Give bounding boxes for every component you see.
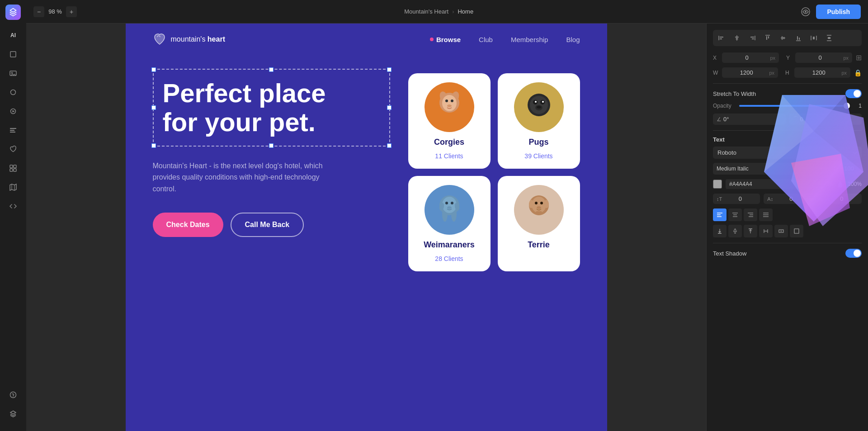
toolbar-video-icon[interactable] xyxy=(5,103,21,119)
svg-point-25 xyxy=(451,99,453,102)
nav-link-membership[interactable]: Membership xyxy=(511,36,548,43)
handle-bc[interactable] xyxy=(269,143,274,148)
zoom-out-button[interactable]: − xyxy=(33,6,44,17)
toolbar-help-icon[interactable] xyxy=(5,387,21,403)
svg-rect-72 xyxy=(813,37,815,39)
svg-rect-8 xyxy=(10,132,15,133)
text-align-left-icon[interactable] xyxy=(713,208,726,221)
pet-card-terrie[interactable]: Terrie xyxy=(498,176,580,271)
app-logo[interactable] xyxy=(5,5,21,20)
check-dates-button[interactable]: Check Dates xyxy=(153,213,223,237)
toolbar-widget-icon[interactable] xyxy=(5,160,21,176)
toolbar-page-icon[interactable] xyxy=(5,46,21,62)
spacing-input-3[interactable] xyxy=(826,195,858,202)
toolbar-shape-icon[interactable] xyxy=(5,84,21,100)
svg-rect-66 xyxy=(783,37,784,39)
opacity-thumb[interactable] xyxy=(844,103,850,109)
vert-align-middle-icon[interactable] xyxy=(728,225,742,237)
text-align-right-icon[interactable] xyxy=(744,208,757,221)
align-top-icon[interactable] xyxy=(761,32,774,44)
preview-button[interactable] xyxy=(801,7,811,17)
vert-align-row xyxy=(713,225,862,237)
svg-rect-12 xyxy=(14,169,16,171)
color-hex-value[interactable]: #A4A4A4 xyxy=(726,179,823,189)
stretch-toggle[interactable] xyxy=(845,89,862,98)
text-align-justify-icon[interactable] xyxy=(759,208,773,221)
font-size-input[interactable] xyxy=(840,165,858,172)
x-unit: px xyxy=(770,55,775,61)
text-shadow-toggle-knob xyxy=(854,250,861,257)
svg-point-17 xyxy=(13,396,13,397)
opacity-row: Opacity 1 xyxy=(713,103,862,109)
size-row-wh: W px H px 🔒 xyxy=(713,67,862,78)
distribute-v-icon[interactable] xyxy=(822,32,836,44)
corner-input[interactable] xyxy=(800,116,859,123)
color-row: #A4A4A4 💧 100% xyxy=(713,179,862,189)
opacity-slider[interactable] xyxy=(739,105,849,107)
svg-rect-59 xyxy=(750,37,754,38)
toolbar-text-icon[interactable] xyxy=(5,122,21,138)
link-xy-icon[interactable]: ⊞ xyxy=(856,53,862,62)
rotation-input[interactable] xyxy=(723,116,782,123)
handle-tc[interactable] xyxy=(269,67,274,72)
lock-aspect-icon[interactable]: 🔒 xyxy=(854,69,862,76)
vert-align-bottom-icon[interactable] xyxy=(713,225,726,237)
zoom-in-button[interactable]: + xyxy=(66,6,77,17)
toolbar-layers-icon[interactable] xyxy=(5,406,21,422)
nav-link-blog[interactable]: Blog xyxy=(566,36,580,43)
pet-card-clients-pugs: 39 Clients xyxy=(524,152,552,160)
align-middle-v-icon[interactable] xyxy=(776,32,790,44)
toolbar-map-icon[interactable] xyxy=(5,179,21,195)
handle-mr[interactable] xyxy=(387,105,392,110)
handle-tl[interactable] xyxy=(151,67,156,72)
pet-card-corgies[interactable]: Corgies 11 Clients xyxy=(408,73,491,169)
hero-title-selected[interactable]: Perfect place for your pet. xyxy=(153,69,390,147)
font-style-select[interactable]: Medium Italic xyxy=(713,163,826,175)
vert-align-crop-icon[interactable] xyxy=(790,225,803,237)
align-center-h-icon[interactable] xyxy=(730,32,744,44)
h-input[interactable] xyxy=(798,69,840,76)
spacing-input-2[interactable] xyxy=(775,195,807,202)
x-input[interactable] xyxy=(726,54,768,61)
breadcrumb-site[interactable]: Mountain's Heart xyxy=(404,8,448,15)
handle-bl[interactable] xyxy=(151,143,156,148)
svg-rect-56 xyxy=(735,37,739,38)
text-align-center-icon[interactable] xyxy=(728,208,742,221)
publish-button[interactable]: Publish xyxy=(816,5,861,19)
font-name-row[interactable]: Roboto xyxy=(713,147,862,159)
nav-link-club[interactable]: Club xyxy=(479,36,493,43)
vert-align-fit-icon[interactable] xyxy=(774,225,788,237)
opacity-label: Opacity xyxy=(713,103,736,109)
w-input[interactable] xyxy=(726,69,767,76)
pet-card-weimaraners[interactable]: Weimaraners 28 Clients xyxy=(408,176,491,271)
toolbar-media-icon[interactable] xyxy=(5,65,21,81)
align-right-icon[interactable] xyxy=(745,32,759,44)
spacing-input-1[interactable] xyxy=(724,195,756,202)
distribute-h-icon[interactable] xyxy=(807,32,821,44)
align-left-icon[interactable] xyxy=(715,32,728,44)
align-bottom-icon[interactable] xyxy=(792,32,805,44)
text-shadow-toggle[interactable] xyxy=(845,249,862,258)
toolbar-code-icon[interactable] xyxy=(5,198,21,214)
pet-card-name-corgies: Corgies xyxy=(434,137,464,147)
breadcrumb-page[interactable]: Home xyxy=(458,8,473,15)
color-swatch[interactable] xyxy=(713,180,722,189)
vert-align-top-icon[interactable] xyxy=(744,225,757,237)
call-me-back-button[interactable]: Call Me Back xyxy=(231,213,304,237)
y-input[interactable] xyxy=(799,54,841,61)
svg-point-24 xyxy=(445,99,448,102)
nav-link-browse[interactable]: Browse xyxy=(430,36,461,43)
corner-field: ⌒ xyxy=(789,114,862,125)
toolbar-ai-icon[interactable]: AI xyxy=(5,27,21,43)
vert-align-expand-icon[interactable] xyxy=(759,225,773,237)
handle-ml[interactable] xyxy=(151,105,156,110)
svg-point-31 xyxy=(535,101,537,103)
handle-br[interactable] xyxy=(387,143,392,148)
spacing-field-1: ↕T xyxy=(713,194,760,204)
svg-rect-54 xyxy=(720,38,722,39)
svg-point-48 xyxy=(537,206,541,209)
handle-tr[interactable] xyxy=(387,67,392,72)
svg-point-2 xyxy=(11,72,13,74)
toolbar-favorites-icon[interactable] xyxy=(5,141,21,157)
pet-card-pugs[interactable]: Pugs 39 Clients xyxy=(498,73,580,169)
